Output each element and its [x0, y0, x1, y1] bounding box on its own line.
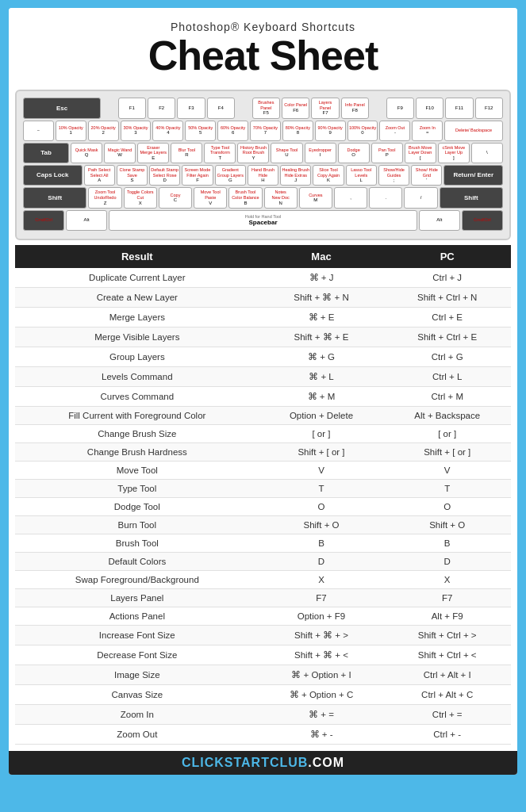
f9-key: F9 [386, 98, 414, 118]
pc-cell: Ctrl + M [383, 386, 511, 406]
shift-l-key: Shift [23, 187, 86, 208]
table-row: Actions PanelOption + F9Alt + F9 [15, 607, 511, 625]
k-key: Slice ToolCopy AgainK [313, 165, 344, 186]
pc-cell: Alt + Backspace [383, 406, 511, 424]
a-key: Path SelectSelect AllA [84, 165, 115, 186]
shortcuts-table-section: Result Mac PC Duplicate Current Layer⌘ +… [15, 245, 511, 745]
mac-cell: ⌘ + J [259, 268, 384, 288]
table-row: Canvas Size⌘ + Option + CCtrl + Alt + C [15, 684, 511, 704]
b-key: Brush ToolColor BalanceB [228, 187, 262, 208]
title: Cheat Sheet [25, 33, 501, 79]
7-key: 70% Opacity7 [250, 121, 281, 141]
subtitle: Photoshop® Keyboard Shortcuts [25, 21, 501, 33]
table-row: Dodge ToolOO [15, 497, 511, 515]
mac-cell: F7 [259, 588, 384, 607]
footer-brand-blue: CLICKSTARTCLUB [182, 756, 308, 769]
table-row: Change Brush HardnessShift + [ or ]Shift… [15, 442, 511, 461]
table-row: Fill Current with Foreground ColorOption… [15, 406, 511, 424]
cmd-l-key: Cmd/Ctrl [23, 210, 64, 231]
result-cell: Default Colors [15, 552, 259, 570]
n-key: NotesNew DocN [264, 187, 298, 208]
table-row: Swap Foreground/BackgroundXX [15, 570, 511, 588]
result-cell: Group Layers [15, 347, 259, 366]
zxcv-row: Shift Zoom ToolUndo/RedoZ Toggle ColorsC… [23, 187, 503, 208]
mac-cell: X [259, 570, 384, 588]
number-row: ~ 10% Opacity1 20% Opacity2 30% Opacity3… [23, 121, 503, 141]
5-key: 50% Opacity5 [185, 121, 216, 141]
pc-cell: Ctrl + Alt + C [383, 684, 511, 704]
main-container: Photoshop® Keyboard Shortcuts Cheat Shee… [9, 8, 517, 775]
v-key: Move ToolPasteV [194, 187, 227, 208]
table-row: Zoom Out⌘ + -Ctrl + - [15, 724, 511, 744]
f3-key: F3 [177, 98, 205, 118]
result-cell: Actions Panel [15, 607, 259, 625]
qwerty-row: Tab Quick MaskQ Magic WandW EraserMerge … [23, 143, 503, 163]
table-row: Layers PanelF7F7 [15, 588, 511, 607]
slash-key: / [404, 187, 437, 208]
fn-row: Esc F1 F2 F3 F4 Brushes PanelF5 Color Pa… [23, 98, 503, 118]
tilde-key: ~ [23, 121, 54, 141]
table-row: Curves Command⌘ + MCtrl + M [15, 386, 511, 406]
quote-key: Show/ Hide Grid' [411, 165, 442, 186]
col-mac: Mac [259, 245, 384, 268]
pc-cell: Ctrl + = [383, 704, 511, 724]
shortcuts-table: Result Mac PC Duplicate Current Layer⌘ +… [15, 245, 511, 745]
table-row: Default ColorsDD [15, 552, 511, 570]
table-row: Decrease Font SizeShift + ⌘ + <Shift + C… [15, 645, 511, 665]
f4-key: F4 [207, 98, 235, 118]
result-cell: Move Tool [15, 461, 259, 479]
result-cell: Layers Panel [15, 588, 259, 607]
table-row: Merge Layers⌘ + ECtrl + E [15, 307, 511, 327]
pc-cell: V [383, 461, 511, 479]
backslash-key: \ [471, 143, 503, 163]
h-key: Hand BrushHideH [248, 165, 278, 186]
mac-cell: Shift + ⌘ + E [259, 327, 384, 347]
result-cell: Create a New Layer [15, 287, 259, 307]
col-pc: PC [383, 245, 511, 268]
pc-cell: Ctrl + G [383, 347, 511, 366]
mac-cell: ⌘ + - [259, 724, 384, 744]
mac-cell: Shift + ⌘ + > [259, 625, 384, 645]
o-key: DodgeO [338, 143, 370, 163]
8-key: 80% Opacity8 [282, 121, 313, 141]
i-key: EyedropperI [305, 143, 336, 163]
result-cell: Zoom Out [15, 724, 259, 744]
result-cell: Decrease Font Size [15, 645, 259, 665]
result-cell: Change Brush Hardness [15, 442, 259, 461]
mac-cell: D [259, 552, 384, 570]
table-row: Burn ToolShift + OShift + O [15, 515, 511, 534]
spacer3 [371, 98, 385, 118]
tab-key: Tab [23, 143, 69, 163]
mac-cell: ⌘ + G [259, 347, 384, 366]
enter-key: Return/ Enter [443, 165, 503, 186]
shift-r-key: Shift [440, 187, 503, 208]
pc-cell: B [383, 534, 511, 552]
j-key: Healing BrushHide ExtrasJ [280, 165, 311, 186]
f7-key: Layers PanelF7 [311, 98, 339, 118]
alt-l-key: Alt [66, 210, 107, 231]
f12-key: F12 [475, 98, 503, 118]
mac-cell: ⌘ + L [259, 366, 384, 386]
f8-key: Info PanelF8 [341, 98, 369, 118]
bracket-l-key: Brush Move Layer Down[ [405, 143, 436, 163]
mac-cell: ⌘ + Option + C [259, 684, 384, 704]
x-key: Toggle ColorsCutX [124, 187, 157, 208]
t-key: Type ToolTransformT [204, 143, 236, 163]
table-row: Move ToolVV [15, 461, 511, 479]
mac-cell: Shift + [ or ] [259, 442, 384, 461]
table-row: Merge Visible LayersShift + ⌘ + EShift +… [15, 327, 511, 347]
d-key: Default StampSelect RoseD [149, 165, 180, 186]
result-cell: Burn Tool [15, 515, 259, 534]
minus-key: Zoom Out- [379, 121, 410, 141]
mac-cell: T [259, 479, 384, 497]
result-cell: Canvas Size [15, 684, 259, 704]
pc-cell: [ or ] [383, 424, 511, 442]
result-cell: Levels Command [15, 366, 259, 386]
w-key: Magic WandW [104, 143, 136, 163]
s-key: Clone StampSaveS [117, 165, 148, 186]
footer-brand: CLICKSTARTCLUB.com [182, 756, 344, 769]
mac-cell: ⌘ + Option + I [259, 665, 384, 684]
asdf-row: Caps Lock Path SelectSelect AllA Clone S… [23, 165, 503, 186]
caps-lock-key: Caps Lock [23, 165, 83, 186]
mac-cell: Option + Delete [259, 406, 384, 424]
